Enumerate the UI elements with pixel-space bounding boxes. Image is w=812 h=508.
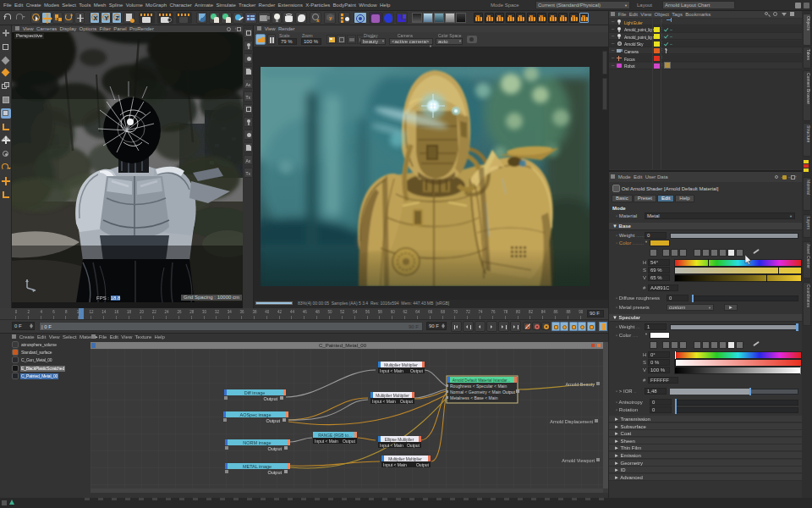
svg-text:AOSpec image: AOSpec image: [240, 412, 272, 417]
svg-text:Output: Output: [343, 439, 356, 444]
svg-text:Roughness < Specular < Main: Roughness < Specular < Main: [450, 384, 507, 389]
svg-text:RANGE (RGB to...: RANGE (RGB to...: [318, 433, 352, 438]
svg-text:Input < Main: Input < Main: [380, 368, 403, 373]
svg-text:Diff image: Diff image: [244, 390, 266, 395]
svg-text:Output: Output: [267, 446, 282, 451]
svg-text:Multiplier Multiplier: Multiplier Multiplier: [376, 394, 409, 398]
svg-text:Arnold Displacement: Arnold Displacement: [550, 419, 593, 424]
svg-text:Normal < Geometry < Main: Normal < Geometry < Main: [450, 389, 502, 395]
svg-text:Arnold Beauty: Arnold Beauty: [565, 382, 595, 387]
svg-text:Output: Output: [266, 418, 280, 423]
svg-text:Multiplier Multiplier: Multiplier Multiplier: [384, 363, 418, 367]
svg-text:NORM image: NORM image: [243, 440, 271, 445]
svg-text:Ellipse Multiplier: Ellipse Multiplier: [385, 438, 414, 442]
svg-text:Output: Output: [263, 396, 277, 401]
svg-text:Multiplier Multiplier: Multiplier Multiplier: [388, 457, 422, 461]
svg-text:Output: Output: [416, 462, 430, 467]
svg-text:Output: Output: [502, 389, 516, 395]
svg-text:Output: Output: [407, 443, 420, 448]
svg-text:METAL image: METAL image: [243, 464, 272, 469]
svg-text:Input < Main: Input < Main: [372, 399, 396, 404]
svg-text:Metalness < Base < Main: Metalness < Base < Main: [450, 395, 498, 400]
svg-text:Output: Output: [267, 470, 282, 475]
svg-text:Arnold Viewport: Arnold Viewport: [562, 458, 595, 463]
svg-text:Output: Output: [410, 368, 424, 373]
svg-text:Input < Main: Input < Main: [383, 462, 407, 467]
svg-text:Input < Main: Input < Main: [380, 443, 403, 448]
svg-text:Input < Main: Input < Main: [315, 439, 338, 444]
svg-text:Arnold Default Material (stand: Arnold Default Material (standar...: [453, 378, 510, 383]
svg-text:Output: Output: [400, 399, 414, 404]
